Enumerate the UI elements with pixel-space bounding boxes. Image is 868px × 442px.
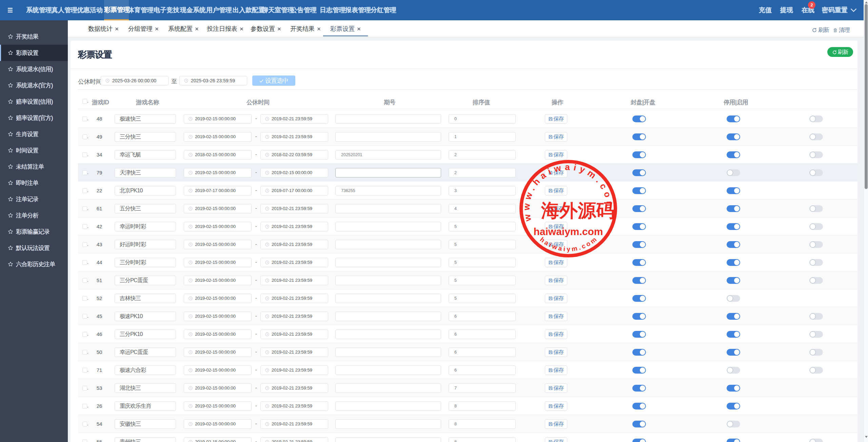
svg-text:haiwaiym.com: haiwaiym.com <box>533 226 603 237</box>
